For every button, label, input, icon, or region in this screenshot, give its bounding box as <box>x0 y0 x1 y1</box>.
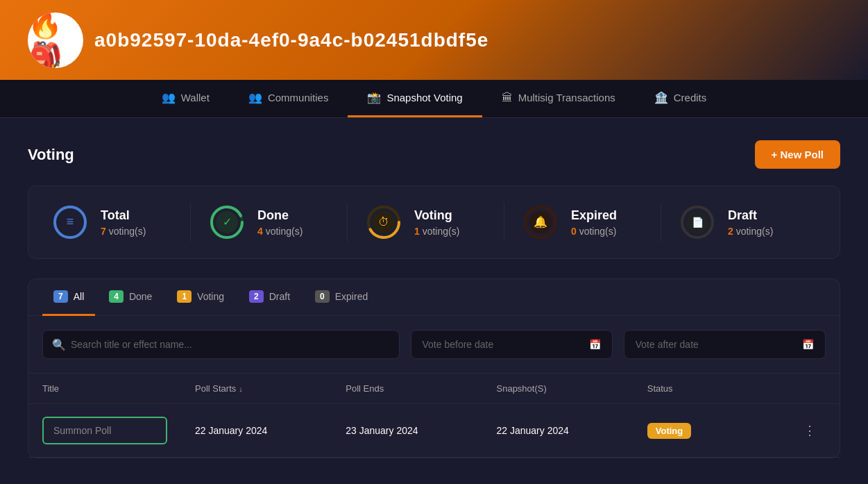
tab-voting-badge: 1 <box>177 290 192 303</box>
tab-all-badge: 7 <box>53 290 68 303</box>
tab-expired[interactable]: 0 Expired <box>304 279 379 316</box>
col-poll-ends-label: Poll Ends <box>346 383 384 394</box>
done-icon-wrap: ✓ <box>207 203 246 242</box>
communities-nav-icon: 👥 <box>248 91 262 104</box>
vote-after-filter[interactable]: Vote after date 📅 <box>624 330 826 359</box>
expired-icon-wrap: 🔔 <box>521 203 560 242</box>
vote-after-label: Vote after date <box>636 339 699 350</box>
svg-text:📄: 📄 <box>692 217 704 228</box>
voting-icon: ⏱ <box>364 203 403 242</box>
tab-voting-label: Voting <box>197 291 224 302</box>
search-icon: 🔍 <box>52 338 66 351</box>
vote-before-label: Vote before date <box>423 339 494 350</box>
col-title: Title <box>42 383 195 394</box>
multisig-nav-icon: 🏛 <box>502 92 513 104</box>
stat-draft-label: Draft <box>728 208 773 223</box>
tab-all[interactable]: 7 All <box>42 279 95 316</box>
search-wrap: 🔍 <box>42 330 400 359</box>
filter-row: 🔍 Vote before date 📅 Vote after date 📅 <box>28 316 840 374</box>
nav-item-multisig[interactable]: 🏛 Multisig Transactions <box>482 80 635 117</box>
main-nav: 👥 Wallet 👥 Communities 📸 Snapshot Voting… <box>0 80 868 118</box>
nav-label-multisig: Multisig Transactions <box>518 92 615 103</box>
tab-draft[interactable]: 2 Draft <box>238 279 301 316</box>
col-status-label: Status <box>647 383 673 394</box>
calendar-before-icon: 📅 <box>589 339 601 350</box>
table-row: Summon Poll 22 January 2024 23 January 2… <box>28 404 840 458</box>
stat-done-count: 4 voting(s) <box>257 226 303 237</box>
tab-all-label: All <box>74 291 85 302</box>
row-poll-starts: 22 January 2024 <box>195 425 346 436</box>
tabs-container: 7 All 4 Done 1 Voting 2 Draft 0 Expired <box>28 278 840 458</box>
more-actions-button[interactable]: ⋮ <box>798 420 822 441</box>
calendar-after-icon: 📅 <box>802 339 814 350</box>
total-icon-wrap: ≡ <box>51 203 90 242</box>
nav-item-communities[interactable]: 👥 Communities <box>229 80 348 117</box>
stat-done-label: Done <box>257 208 303 223</box>
wallet-nav-icon: 👥 <box>162 91 176 104</box>
stat-expired-label: Expired <box>571 208 617 223</box>
snapshot-nav-icon: 📸 <box>367 91 381 104</box>
logo-avatar: 🔥🎒 <box>28 12 83 68</box>
nav-item-credits[interactable]: 🏦 Credits <box>635 80 726 117</box>
tab-draft-badge: 2 <box>249 290 264 303</box>
nav-label-communities: Communities <box>268 92 329 103</box>
col-snapshot-label: Snapshot(S) <box>497 383 547 394</box>
row-actions[interactable]: ⋮ <box>798 420 826 441</box>
stats-card: ≡ Total 7 voting(s) ✓ Done <box>28 185 840 259</box>
nav-item-wallet[interactable]: 👥 Wallet <box>142 80 229 117</box>
main-content: Voting + New Poll ≡ Total 7 voting(s) <box>0 118 868 481</box>
stat-done-text: Done 4 voting(s) <box>257 208 303 237</box>
stat-expired-count: 0 voting(s) <box>571 226 617 237</box>
col-snapshot: Snapshot(S) <box>497 383 647 394</box>
poll-title[interactable]: Summon Poll <box>42 417 167 444</box>
tab-done[interactable]: 4 Done <box>98 279 163 316</box>
tab-done-label: Done <box>129 291 152 302</box>
stat-total-count: 7 voting(s) <box>101 226 146 237</box>
draft-icon-wrap: 📄 <box>678 203 717 242</box>
new-poll-button[interactable]: + New Poll <box>755 140 840 169</box>
credits-nav-icon: 🏦 <box>654 91 668 104</box>
expired-icon: 🔔 <box>521 203 560 242</box>
tab-voting[interactable]: 1 Voting <box>166 279 235 316</box>
row-snapshot: 22 January 2024 <box>497 425 647 436</box>
logo-icon: 🔥🎒 <box>28 12 83 68</box>
tab-expired-label: Expired <box>335 291 368 302</box>
stat-voting-label: Voting <box>414 208 459 223</box>
done-icon: ✓ <box>207 203 246 242</box>
sort-icon: ↓ <box>239 385 243 393</box>
stat-expired-text: Expired 0 voting(s) <box>571 208 617 237</box>
voting-title: Voting <box>28 146 74 164</box>
nav-item-snapshot-voting[interactable]: 📸 Snapshot Voting <box>348 80 482 117</box>
table-header: Title Poll Starts ↓ Poll Ends Snapshot(S… <box>28 374 840 404</box>
total-icon: ≡ <box>51 203 90 242</box>
row-title-cell[interactable]: Summon Poll <box>42 417 195 444</box>
tabs-header: 7 All 4 Done 1 Voting 2 Draft 0 Expired <box>28 279 840 316</box>
logo-area: 🔥🎒 a0b92597-10da-4ef0-9a4c-b02451dbdf5e <box>28 12 488 68</box>
draft-icon: 📄 <box>678 203 717 242</box>
svg-text:✓: ✓ <box>223 216 232 228</box>
search-input[interactable] <box>42 330 400 359</box>
tab-expired-badge: 0 <box>315 290 330 303</box>
col-poll-starts[interactable]: Poll Starts ↓ <box>195 383 346 394</box>
col-poll-ends: Poll Ends <box>346 383 496 394</box>
svg-text:⏱: ⏱ <box>378 216 389 228</box>
stat-voting: ⏱ Voting 1 voting(s) <box>348 203 504 242</box>
stat-expired: 🔔 Expired 0 voting(s) <box>504 203 661 242</box>
wallet-address: a0b92597-10da-4ef0-9a4c-b02451dbdf5e <box>94 29 488 51</box>
col-poll-starts-label: Poll Starts <box>195 383 236 394</box>
stat-total: ≡ Total 7 voting(s) <box>51 203 191 242</box>
stat-draft: 📄 Draft 2 voting(s) <box>661 203 817 242</box>
col-actions <box>798 383 826 394</box>
nav-label-wallet: Wallet <box>181 92 210 103</box>
stat-draft-count: 2 voting(s) <box>728 226 773 237</box>
stat-draft-text: Draft 2 voting(s) <box>728 208 773 237</box>
nav-label-snapshot-voting: Snapshot Voting <box>386 92 462 103</box>
row-status: Voting <box>647 423 798 439</box>
stat-voting-text: Voting 1 voting(s) <box>414 208 459 237</box>
tab-done-badge: 4 <box>109 290 124 303</box>
vote-before-filter[interactable]: Vote before date 📅 <box>411 330 613 359</box>
svg-text:≡: ≡ <box>67 215 74 228</box>
voting-header: Voting + New Poll <box>28 140 840 169</box>
header: 🔥🎒 a0b92597-10da-4ef0-9a4c-b02451dbdf5e <box>0 0 868 80</box>
stat-voting-count: 1 voting(s) <box>414 226 459 237</box>
